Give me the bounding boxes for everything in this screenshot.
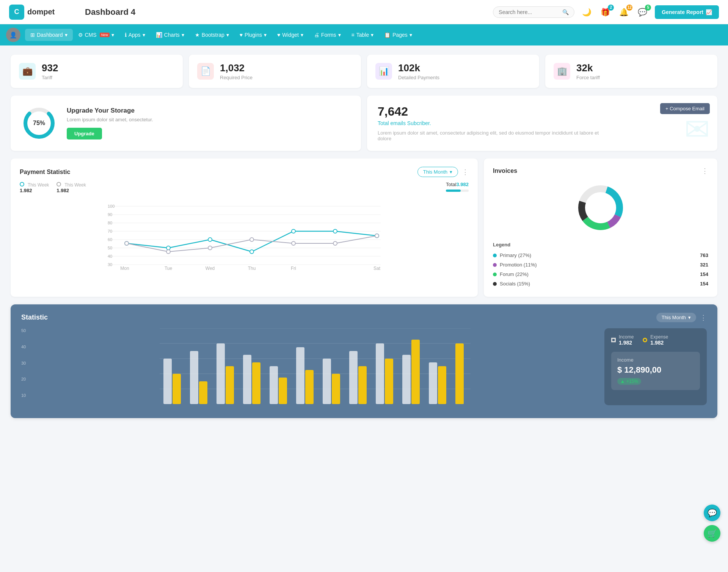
nav-avatar: 👤 bbox=[6, 28, 20, 42]
tariff-value: 932 bbox=[42, 62, 58, 74]
arrow-up-icon: ▲ bbox=[620, 379, 625, 384]
expense-dot bbox=[643, 338, 647, 342]
legend2-val: 1.982 bbox=[56, 188, 86, 193]
payment-more-icon[interactable]: ⋮ bbox=[462, 168, 469, 176]
chat-icon-btn[interactable]: 💬 5 bbox=[636, 6, 649, 18]
detailed-payments-label: Detailed Payments bbox=[398, 75, 439, 80]
invoices-card-header: Invoices ⋮ bbox=[493, 167, 708, 175]
svg-rect-49 bbox=[173, 374, 181, 404]
force-tariff-info: 32k Force tariff bbox=[576, 62, 600, 80]
svg-text:90: 90 bbox=[108, 212, 112, 217]
bell-icon-btn[interactable]: 🔔 12 bbox=[618, 6, 630, 18]
new-badge: New bbox=[100, 33, 110, 37]
nav-item-plugins[interactable]: ♥ Plugins ▾ bbox=[234, 29, 272, 41]
nav-item-bootstrap[interactable]: ★ Bootstrap ▾ bbox=[190, 29, 234, 41]
income-legend: Income 1.982 bbox=[611, 334, 634, 346]
payment-month-label: This Month bbox=[423, 169, 447, 175]
invoices-donut-svg bbox=[574, 181, 627, 234]
statistic-more-icon[interactable]: ⋮ bbox=[700, 313, 707, 322]
legend-header: Legend bbox=[493, 242, 708, 248]
promotion-val: 321 bbox=[700, 262, 708, 268]
svg-point-21 bbox=[250, 250, 254, 254]
legend1-val: 1.982 bbox=[20, 188, 49, 193]
pages-icon: 📋 bbox=[384, 32, 391, 38]
income-detail-badge: ▲ +15% bbox=[617, 378, 641, 385]
total-bar bbox=[446, 190, 469, 192]
gift-icon-btn[interactable]: 🎁 2 bbox=[599, 6, 612, 18]
upgrade-button[interactable]: Upgrade bbox=[67, 128, 102, 139]
header: C dompet Dashboard 4 🔍 🌙 🎁 2 🔔 12 💬 5 Ge… bbox=[0, 0, 728, 24]
search-icon[interactable]: 🔍 bbox=[562, 9, 569, 15]
svg-text:80: 80 bbox=[108, 221, 112, 225]
income-detail-value: $ 12,890,00 bbox=[617, 365, 694, 375]
bar-chart-svg bbox=[33, 328, 597, 404]
svg-text:100: 100 bbox=[108, 204, 115, 208]
invoices-more-icon[interactable]: ⋮ bbox=[701, 167, 708, 175]
email-sub-label: Total emails Subcriber. bbox=[378, 120, 707, 126]
legend-promotion-label: Promotion (11%) bbox=[493, 262, 537, 268]
svg-rect-55 bbox=[252, 362, 260, 404]
nav-item-charts[interactable]: 📊 Charts ▾ bbox=[151, 29, 190, 41]
svg-rect-54 bbox=[243, 355, 251, 404]
bell-badge: 12 bbox=[626, 5, 632, 11]
forum-dot bbox=[493, 273, 497, 276]
generate-report-button[interactable]: Generate Report 📈 bbox=[655, 5, 719, 19]
nav-item-pages[interactable]: 📋 Pages ▾ bbox=[379, 29, 417, 41]
svg-rect-66 bbox=[402, 355, 411, 404]
income-detail-box: Income $ 12,890,00 ▲ +15% bbox=[611, 352, 700, 390]
nav-item-forms[interactable]: 🖨 Forms ▾ bbox=[309, 29, 346, 41]
svg-point-25 bbox=[125, 241, 129, 245]
payment-month-selector[interactable]: This Month ▾ bbox=[417, 167, 458, 177]
chat-badge: 5 bbox=[645, 5, 651, 11]
required-price-label: Required Price bbox=[220, 75, 253, 80]
required-price-info: 1,032 Required Price bbox=[220, 62, 253, 80]
y-label-10: 10 bbox=[21, 393, 32, 398]
legend-primary: Primary (27%) 763 bbox=[493, 251, 708, 260]
svg-point-29 bbox=[292, 241, 295, 245]
y-label-50: 50 bbox=[21, 328, 32, 333]
svg-rect-53 bbox=[226, 366, 234, 404]
svg-rect-59 bbox=[305, 370, 314, 404]
nav-item-cms[interactable]: ⚙ CMS New ▾ bbox=[73, 29, 119, 41]
invoices-legend-table: Primary (27%) 763 Promotion (11%) 321 Fo… bbox=[493, 251, 708, 288]
mid-row: 75% Upgrade Your Storage Lorem ipsum dol… bbox=[11, 96, 717, 151]
header-right: 🔍 🌙 🎁 2 🔔 12 💬 5 Generate Report 📈 bbox=[493, 5, 719, 19]
stat-cards-row: 💼 932 Tariff 📄 1,032 Required Price 📊 10… bbox=[11, 55, 717, 88]
payment-total-area: Total 3.982 bbox=[446, 182, 469, 196]
payment-card-header: Payment Statistic This Month ▾ ⋮ bbox=[20, 167, 469, 177]
nav-label-cms: CMS bbox=[85, 32, 97, 38]
ie-legend-row: Income 1.982 Expense 1.982 bbox=[611, 334, 700, 346]
search-input[interactable] bbox=[499, 9, 559, 15]
nav-item-widget[interactable]: ♥ Widget ▾ bbox=[272, 29, 309, 41]
chevron-down-icon-plugins: ▾ bbox=[264, 32, 267, 38]
svg-point-19 bbox=[166, 246, 170, 250]
svg-rect-69 bbox=[438, 366, 446, 404]
statistic-month-selector[interactable]: This Month ▾ bbox=[656, 313, 696, 322]
nav-item-dashboard[interactable]: ⊞ Dashboard ▾ bbox=[25, 29, 73, 41]
svg-rect-56 bbox=[270, 366, 278, 404]
nav-item-apps[interactable]: ℹ Apps ▾ bbox=[119, 29, 151, 41]
legend-socials: Socials (15%) 154 bbox=[493, 279, 708, 288]
widget-icon: ♥ bbox=[277, 32, 280, 38]
search-box[interactable]: 🔍 bbox=[493, 6, 574, 18]
statistic-bar-chart-area: 50 40 30 20 10 bbox=[21, 328, 597, 405]
detailed-payments-value: 102k bbox=[398, 62, 439, 74]
nav-item-table[interactable]: ≡ Table ▾ bbox=[346, 29, 379, 41]
payment-legend-row: This Week 1.982 This Week 1.982 Total 3.… bbox=[20, 182, 469, 196]
stat-card-detailed-payments: 📊 102k Detailed Payments bbox=[367, 55, 539, 88]
legend2-label: This Week bbox=[64, 182, 86, 188]
nav-label-widget: Widget bbox=[282, 32, 299, 38]
svg-rect-71 bbox=[455, 343, 464, 404]
expense-legend: Expense 1.982 bbox=[643, 334, 668, 346]
legend-primary-label: Primary (27%) bbox=[493, 252, 531, 258]
moon-icon-btn[interactable]: 🌙 bbox=[581, 6, 593, 18]
svg-point-26 bbox=[166, 250, 170, 254]
storage-desc: Lorem ipsum dolor sit amet, onsectetur. bbox=[67, 117, 153, 122]
svg-rect-61 bbox=[332, 374, 340, 404]
income-badge-val: +15% bbox=[626, 379, 638, 384]
svg-text:Fri: Fri bbox=[291, 266, 296, 271]
gift-badge: 2 bbox=[608, 5, 614, 11]
svg-text:40: 40 bbox=[108, 254, 112, 259]
plugins-icon: ♥ bbox=[240, 32, 243, 38]
socials-val: 154 bbox=[700, 281, 708, 287]
